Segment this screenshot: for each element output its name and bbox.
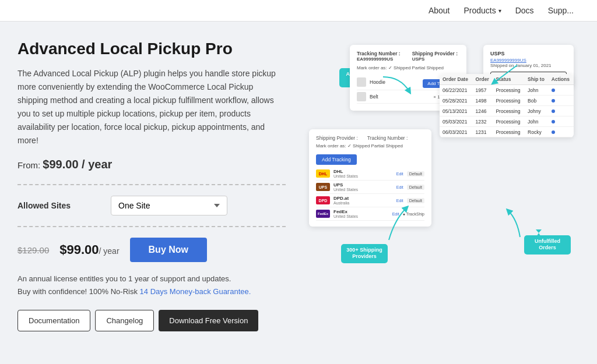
price-period: / year [99,246,120,256]
divider-2 [17,226,286,227]
fedex-actions[interactable]: Edit [392,212,399,216]
price-from-label: From: [17,160,40,170]
dhl-country: United States [333,174,393,178]
buy-now-button[interactable]: Buy Now [130,238,207,262]
allowed-sites-select[interactable]: One Site Up to 5 Sites Unlimited Sites [111,196,227,215]
providers-list: DHL DHL United States Edit Default UPS U… [316,167,424,221]
shipping-provider-col: Shipping Provider : [316,135,358,141]
belt-img [357,92,366,101]
product-description: The Advanced Local Pickup (ALP) plugin h… [17,67,286,148]
dpd-info: DPD.at Australia [333,196,393,205]
belt-label: Belt [370,94,430,100]
dhl-actions[interactable]: Edit [396,172,403,176]
col-order-date: Order Date [440,74,473,85]
table-row: 05/13/2021 1246 Processing Johny [440,106,574,116]
card-orders: Order Date Order Status Ship to Actions … [440,74,574,137]
nav-docs[interactable]: Docs [515,6,534,15]
dpd-logo: DPD [316,196,330,204]
license-line-1: An annual license entitles you to 1 year… [17,273,286,285]
product-title: Advanced Local Pickup Pro [17,39,286,59]
provider-ups: UPS UPS United States Edit Default [316,181,424,194]
dpd-default: Default [407,198,424,203]
table-row: 06/22/2021 1957 Processing John [440,85,574,96]
ups-actions[interactable]: Edit [396,185,403,189]
ups-info: UPS United States [333,182,393,192]
dhl-logo: DHL [316,169,330,178]
dpd-name: DPD.at [333,196,393,201]
price-new-value: $99.00 [59,242,99,257]
tracking-number-col: Tracking Number : [367,135,408,141]
action-buttons: Documentation Changelog Download Free Ve… [17,310,286,331]
right-column: Add Tracking per Item Add Tracking numbe… [309,39,574,342]
table-row: 06/03/2021 1231 Processing Rocky [440,127,574,137]
price-new: $99.00/ year [59,242,119,257]
dpd-country: Australia [333,201,393,205]
ups-name: UPS [333,182,393,188]
table-row: 05/03/2021 1232 Processing John [440,116,574,127]
fedex-logo: FedEx [316,210,330,218]
card-shipping: Shipping Provider : Tracking Number : Ma… [309,129,431,227]
col-ship-to: Ship to [525,74,549,85]
page-content: Advanced Local Pickup Pro The Advanced L… [0,22,597,359]
shipping-provider-label: Shipping Provider : [412,51,458,56]
fedex-country: United States [333,214,389,218]
provider-dhl: DHL DHL United States Edit Default [316,167,424,181]
provider-fedex: FedEx FedEx United States Edit ● TrackSh… [316,207,424,221]
usps-title: USPS [490,51,567,56]
allowed-sites-label: Allowed Sites [17,201,87,210]
ups-logo: UPS [316,183,330,191]
tracking-number-label: Tracking Number : [357,51,401,56]
provider-dpd: DPD DPD.at Australia Edit Default [316,194,424,207]
fedex-trackship: ● TrackShip [403,212,424,216]
bubble-300-providers: 300+ Shipping Providers [341,244,388,263]
orders-table: Order Date Order Status Ship to Actions … [440,74,574,137]
pricing-row: $129.00 $99.00/ year Buy Now [17,238,286,262]
hoodie-label: Hoodie [370,79,419,85]
tracking-mark: Mark order as: ✓ Shipped Partial Shipped [357,65,459,70]
navigation: About Products Docs Supp... [0,0,597,22]
price-old: $129.00 [17,245,49,255]
left-column: Advanced Local Pickup Pro The Advanced L… [17,39,286,342]
dhl-name: DHL [333,169,393,174]
hoodie-img [357,77,366,87]
usps-link[interactable]: EA999999999US [490,58,567,63]
documentation-button[interactable]: Documentation [17,310,90,331]
license-line-2-text: Buy with confidence! 100% No-Risk [17,287,138,296]
nav-support[interactable]: Supp... [548,6,574,15]
license-line-2: Buy with confidence! 100% No-Risk 14 Day… [17,285,286,298]
download-free-button[interactable]: Download Free Version [159,310,258,331]
nav-products[interactable]: Products [463,6,501,15]
ups-default: Default [407,185,424,190]
dhl-info: DHL United States [333,169,393,178]
dpd-actions[interactable]: Edit [396,199,403,203]
fedex-info: FedEx United States [333,209,389,218]
col-actions: Actions [549,74,574,85]
col-order: Order [473,74,493,85]
ups-country: United States [333,188,393,192]
mockup-container: Add Tracking per Item Add Tracking numbe… [309,39,574,289]
shipping-add-tracking-btn[interactable]: Add Tracking [316,154,357,165]
price-from-value: $99.00 / year [43,158,112,171]
table-row: 05/28/2021 1498 Processing Bob [440,96,574,106]
shipping-header-row: Shipping Provider : Tracking Number : [316,135,424,141]
allowed-sites-row: Allowed Sites One Site Up to 5 Sites Unl… [17,196,286,215]
changelog-button[interactable]: Changelog [95,310,154,331]
usps-shipped: Shipped on January 01, 2021 [490,63,567,68]
license-note: An annual license entitles you to 1 year… [17,273,286,298]
divider [17,184,286,185]
tracking-number-value: EA999999999US [357,56,401,62]
shipping-mark-row: Mark order as: ✓ Shipped Partial Shipped [316,143,424,149]
fedex-name: FedEx [333,209,389,214]
shipping-provider-value: USPS [412,56,458,62]
nav-about[interactable]: About [429,6,450,15]
price-from: From: $99.00 / year [17,158,286,171]
money-back-link[interactable]: 14 Days Money-back Guarantee. [140,287,251,296]
tracking-header: Tracking Number : EA999999999US Shipping… [357,51,459,62]
col-status: Status [493,74,525,85]
bubble-unfulfilled: Unfulfilled Orders [524,235,571,255]
dhl-default: Default [407,171,424,176]
